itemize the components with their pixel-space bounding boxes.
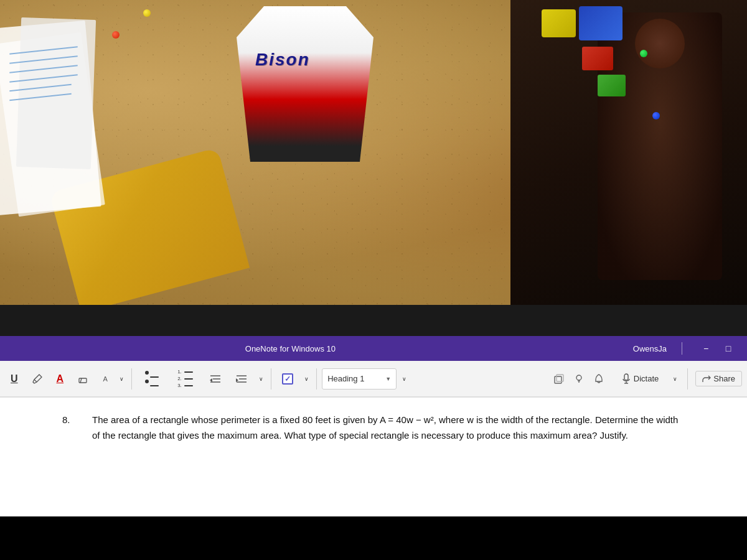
svg-marker-4 bbox=[210, 378, 212, 382]
minimize-button[interactable]: − bbox=[697, 340, 715, 357]
tack-yellow-1 bbox=[143, 9, 151, 17]
user-name: OwensJa bbox=[633, 344, 667, 353]
ribbon-sep-3 bbox=[316, 368, 317, 390]
photo-background: Bison bbox=[0, 0, 747, 305]
bullet-list-button[interactable] bbox=[137, 366, 167, 392]
font-dropdown-button[interactable]: ∨ bbox=[116, 366, 126, 392]
problem-number: 8. bbox=[62, 413, 75, 441]
title-separator bbox=[682, 342, 682, 355]
eraser-button[interactable] bbox=[72, 366, 94, 392]
pencil-icon bbox=[32, 373, 43, 385]
heading-style-label: Heading 1 bbox=[327, 374, 364, 383]
ribbon-bar: U A A ∨ 1. bbox=[0, 361, 747, 397]
share-label: Share bbox=[713, 374, 735, 383]
title-right-area: OwensJa − □ bbox=[633, 340, 737, 357]
underline-button[interactable]: U bbox=[5, 366, 24, 392]
tack-red-1 bbox=[112, 31, 120, 39]
red-item bbox=[582, 47, 613, 70]
app-title: OneNote for Windows 10 bbox=[0, 344, 633, 353]
dictate-label: Dictate bbox=[634, 374, 659, 383]
person-head bbox=[635, 19, 685, 68]
svg-point-11 bbox=[576, 375, 581, 380]
bullet-list-icon bbox=[143, 368, 161, 389]
window-controls: − □ bbox=[697, 340, 737, 357]
task-dropdown-button[interactable]: ∨ bbox=[301, 366, 311, 392]
ribbon-sep-1 bbox=[131, 368, 132, 390]
draw-button[interactable] bbox=[26, 366, 49, 392]
numbered-list-icon: 1. 2. 3. bbox=[175, 368, 195, 390]
eraser-icon bbox=[77, 373, 88, 385]
lightbulb-svg-icon bbox=[573, 373, 585, 385]
maximize-button[interactable]: □ bbox=[720, 340, 737, 357]
svg-rect-9 bbox=[555, 376, 561, 383]
ribbon-sep-4 bbox=[687, 368, 688, 390]
ribbon-sep-2 bbox=[271, 368, 271, 390]
share-area: Dictate ∨ Share bbox=[552, 366, 742, 392]
indent-increase-button[interactable] bbox=[230, 366, 253, 392]
indent-dropdown-button[interactable]: ∨ bbox=[256, 366, 266, 392]
copy-svg-icon bbox=[553, 373, 565, 385]
checkbox-icon: ✓ bbox=[282, 373, 293, 385]
dictate-dropdown-button[interactable]: ∨ bbox=[670, 366, 680, 392]
jersey-text: Bison bbox=[255, 50, 310, 70]
tack-green-1 bbox=[640, 50, 647, 57]
numbered-list-button[interactable]: 1. 2. 3. bbox=[169, 366, 201, 392]
svg-marker-8 bbox=[236, 378, 238, 382]
tack-blue-1 bbox=[652, 112, 660, 119]
heading-style-dropdown[interactable]: Heading 1 ▼ bbox=[322, 368, 397, 390]
microphone-icon bbox=[622, 373, 631, 385]
font-color-button[interactable]: A bbox=[51, 366, 70, 392]
dictate-button[interactable]: Dictate bbox=[616, 368, 665, 390]
share-svg-icon bbox=[702, 375, 711, 383]
notifications-icon[interactable] bbox=[592, 372, 606, 386]
problem-row: 8. The area of a rectangle whose perimet… bbox=[62, 413, 685, 444]
blue-item bbox=[579, 6, 622, 40]
svg-rect-12 bbox=[624, 374, 628, 380]
font-size-button[interactable]: A bbox=[96, 366, 114, 392]
problem-text: The area of a rectangle whose perimeter … bbox=[92, 413, 685, 444]
jersey bbox=[237, 6, 374, 162]
yellow-item bbox=[542, 9, 576, 37]
svg-rect-10 bbox=[557, 375, 563, 381]
share-button[interactable]: Share bbox=[695, 371, 742, 386]
title-bar: OneNote for Windows 10 OwensJa − □ bbox=[0, 336, 747, 361]
search-lightbulb-icon[interactable] bbox=[572, 372, 586, 386]
copy-icon[interactable] bbox=[552, 372, 566, 386]
indent-decrease-button[interactable] bbox=[204, 366, 227, 392]
paper-sheet-3 bbox=[16, 17, 96, 169]
heading-more-button[interactable]: ∨ bbox=[399, 366, 409, 392]
indent-increase-icon bbox=[235, 374, 248, 384]
title-icons bbox=[552, 372, 606, 386]
heading-dropdown-arrow: ▼ bbox=[385, 376, 391, 382]
indent-decrease-icon bbox=[209, 374, 222, 384]
bell-svg-icon bbox=[593, 373, 604, 385]
dark-separator bbox=[0, 305, 747, 336]
content-area: 8. The area of a rectangle whose perimet… bbox=[0, 397, 747, 516]
green-item bbox=[598, 75, 626, 96]
task-checkbox-button[interactable]: ✓ bbox=[276, 366, 299, 392]
